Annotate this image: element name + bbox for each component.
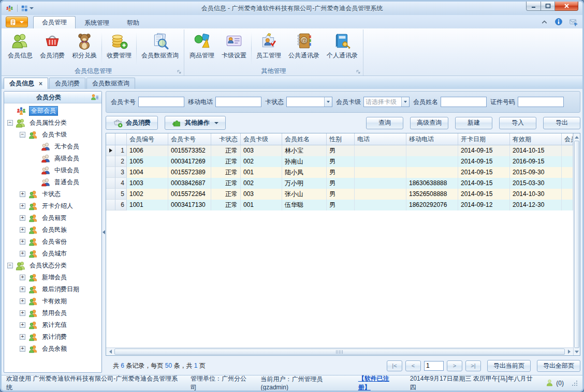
last-page-button[interactable]: >| — [465, 360, 481, 371]
table-row[interactable]: 410030003842687正常002万小明男186306388882014-… — [106, 178, 573, 189]
ribbon-tab[interactable]: 会员管理 — [33, 16, 76, 28]
ribbon-button[interactable]: 卡级设置 — [218, 31, 250, 67]
ribbon-button[interactable]: 会员数据查询 — [138, 31, 182, 67]
scroll-left-button[interactable] — [106, 348, 114, 355]
table-row[interactable]: 310040015572389正常001陆小凤男2014-09-152015-0… — [106, 167, 573, 178]
filter-input[interactable] — [518, 97, 564, 107]
minimize-button[interactable] — [526, 2, 541, 11]
tree-expander-icon[interactable]: + — [20, 191, 25, 197]
tree-item[interactable]: 中级会员 — [4, 164, 101, 176]
filter-input[interactable] — [138, 97, 184, 107]
tree-item[interactable]: 无卡会员 — [4, 141, 101, 153]
resize-grip[interactable] — [572, 380, 578, 386]
column-header[interactable]: 性别 — [327, 133, 355, 145]
export-all-pages-button[interactable]: 导出全部页 — [537, 360, 580, 372]
first-page-button[interactable]: |< — [387, 360, 402, 371]
tree-expander-icon[interactable]: + — [20, 334, 25, 340]
tree-expander-icon[interactable]: + — [20, 346, 25, 352]
ribbon-button[interactable]: 公共通讯录 — [285, 31, 323, 67]
tree-expander-icon[interactable]: + — [20, 203, 25, 209]
ribbon-button[interactable]: 个人通讯录 — [323, 31, 361, 67]
tree-item[interactable]: +会员城市 — [4, 248, 101, 260]
ribbon-button[interactable]: 商品管理 — [186, 31, 218, 67]
tree-item[interactable]: 高级会员 — [4, 153, 101, 164]
maximize-button[interactable] — [541, 2, 555, 11]
tree-item[interactable]: +会员民族 — [4, 224, 101, 236]
ribbon-button[interactable]: 会员信息 — [4, 31, 36, 67]
category-panel-icon[interactable] — [91, 93, 99, 101]
dialog-launcher-icon[interactable] — [356, 69, 361, 74]
tree-expander-icon[interactable]: + — [20, 287, 25, 292]
column-header[interactable]: 开卡日期 — [458, 133, 510, 145]
next-page-button[interactable]: > — [447, 360, 462, 371]
tree-item[interactable]: +累计消费 — [4, 331, 101, 343]
table-row[interactable]: 210050003417269正常002孙南山男2014-09-152016-0… — [106, 156, 573, 167]
filter-combo[interactable]: 请选择卡级 — [363, 97, 410, 107]
tree-item[interactable]: +会员余额 — [4, 343, 101, 355]
combo-dropdown-button[interactable] — [324, 97, 332, 107]
tree-item[interactable]: +最后消费日期 — [4, 283, 101, 295]
vertical-scroll-thumb[interactable] — [574, 141, 579, 348]
scroll-right-button[interactable] — [565, 348, 573, 355]
tree-expander-icon[interactable]: + — [20, 322, 25, 328]
filter-input[interactable] — [441, 97, 487, 107]
filter-combo[interactable] — [286, 97, 332, 107]
tree-item[interactable]: −会员属性分类 — [4, 117, 101, 129]
tree-item[interactable]: +会员省份 — [4, 236, 101, 248]
document-tab[interactable]: 会员消费 — [49, 78, 85, 89]
tree-item[interactable]: 全部会员 — [4, 105, 101, 117]
document-tab[interactable]: 会员数据查询 — [86, 78, 135, 89]
column-header[interactable]: 移动电话 — [406, 133, 458, 145]
toolbar-button[interactable]: 高级查询 — [410, 117, 448, 129]
toolbar-button[interactable]: 导入 — [499, 117, 536, 129]
quick-access-button[interactable] — [21, 5, 34, 12]
column-header[interactable]: 有效期 — [510, 133, 562, 145]
tree-item[interactable]: −会员状态分类 — [4, 260, 101, 272]
tree-item[interactable]: −会员卡级 — [4, 129, 101, 141]
combo-dropdown-button[interactable] — [401, 97, 409, 107]
document-tab[interactable]: 会员信息× — [4, 78, 48, 89]
tree-item[interactable]: +卡状态 — [4, 188, 101, 200]
scroll-down-button[interactable] — [574, 348, 580, 355]
toolbar-button[interactable]: 新建 — [455, 117, 492, 129]
tree-expander-icon[interactable]: + — [20, 239, 25, 245]
online-user-icon[interactable] — [546, 379, 553, 387]
ribbon-tab[interactable]: 帮助 — [118, 17, 148, 28]
vertical-scrollbar[interactable] — [573, 133, 580, 355]
table-row[interactable]: 510020015572264正常003张小山男135265088882014-… — [106, 189, 573, 200]
tree-expander-icon[interactable]: + — [20, 310, 25, 316]
tree-expander-icon[interactable]: − — [20, 132, 25, 138]
dialog-launcher-icon[interactable] — [177, 69, 182, 74]
column-header[interactable]: 会员卡号 — [168, 133, 211, 145]
tree-expander-icon[interactable]: − — [7, 120, 13, 126]
tree-expander-icon[interactable]: + — [20, 227, 25, 233]
license-link[interactable]: 【软件已注册】 — [358, 374, 401, 391]
column-header[interactable]: 会员编号 — [127, 133, 168, 145]
page-number-input[interactable] — [424, 361, 444, 371]
table-row[interactable]: 110060015573352正常003林小宝男2014-09-152014-1… — [106, 145, 573, 156]
tree-item[interactable]: +会员籍贯 — [4, 212, 101, 224]
feedback-icon[interactable] — [569, 17, 578, 26]
ribbon-button[interactable]: 收费管理 — [103, 31, 135, 67]
column-header[interactable]: 会员姓名 — [282, 133, 327, 145]
tree-item[interactable]: +开卡介绍人 — [4, 200, 101, 212]
tree-item[interactable]: +累计充值 — [4, 319, 101, 331]
tree-expander-icon[interactable]: + — [20, 298, 25, 304]
toolbar-button[interactable]: 查询 — [366, 117, 403, 129]
ribbon-tab[interactable]: 系统管理 — [76, 17, 118, 28]
tree-item[interactable]: 普通会员 — [4, 176, 101, 188]
tree-item[interactable]: +新增会员 — [4, 272, 101, 283]
tab-close-icon[interactable]: × — [39, 81, 42, 86]
table-row[interactable]: 610010003417130正常001伍华聪男186202920762014-… — [106, 200, 573, 210]
application-menu-button[interactable] — [6, 17, 28, 27]
column-header[interactable]: 卡状态 — [211, 133, 241, 145]
info-icon[interactable] — [554, 18, 563, 26]
tree-expander-icon[interactable]: − — [7, 263, 13, 268]
toolbar-button[interactable]: 导出 — [543, 117, 580, 129]
column-header[interactable]: 会员卡级 — [241, 133, 282, 145]
ribbon-button[interactable]: 会员消费 — [36, 31, 68, 67]
column-header[interactable]: 会员 — [562, 133, 573, 145]
horizontal-scrollbar[interactable] — [106, 348, 573, 355]
previous-page-button[interactable]: < — [405, 360, 421, 371]
toolbar-button[interactable]: 会员消费 — [106, 116, 158, 130]
